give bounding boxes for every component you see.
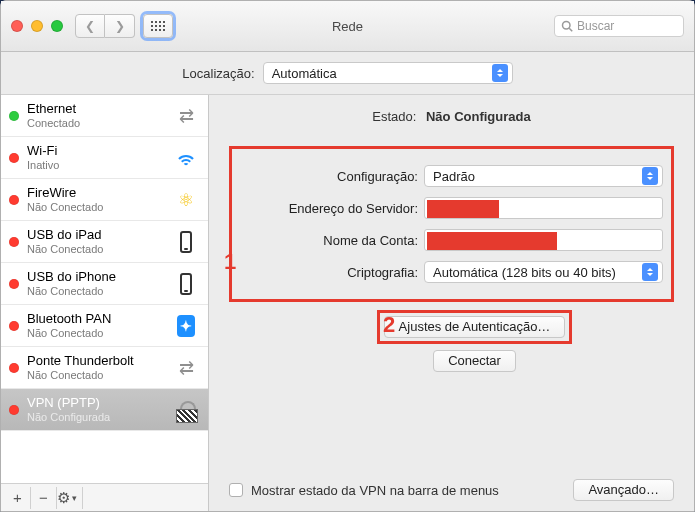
state-row: Estado: Não Configurada — [229, 109, 674, 124]
window-toolbar: ❮ ❯ Rede Buscar — [1, 1, 694, 52]
service-status: Não Conectado — [27, 201, 164, 213]
service-status: Não Conectado — [27, 369, 164, 381]
service-name: Ethernet — [27, 102, 164, 116]
encryption-value: Automática (128 bits ou 40 bits) — [433, 265, 616, 280]
chevron-updown-icon — [642, 167, 658, 185]
services-sidebar: Ethernet Conectado ⇄ Wi-Fi Inativo — [1, 95, 209, 511]
content-footer: Mostrar estado da VPN na barra de menus … — [229, 467, 674, 501]
vpn-lock-icon — [172, 396, 200, 424]
svg-line-1 — [569, 28, 572, 31]
grid-icon — [151, 21, 165, 31]
location-select[interactable]: Automática — [263, 62, 513, 84]
show-vpn-menubar-checkbox[interactable] — [229, 483, 243, 497]
wifi-icon — [172, 144, 200, 172]
status-dot-icon — [9, 237, 19, 247]
sidebar-item-vpn[interactable]: VPN (PPTP) Não Configurada — [1, 389, 208, 431]
state-label: Estado: — [372, 109, 416, 124]
auth-row: 2 Ajustes de Autenticação… — [229, 310, 674, 344]
sidebar-item-ethernet[interactable]: Ethernet Conectado ⇄ — [1, 95, 208, 137]
advanced-button[interactable]: Avançado… — [573, 479, 674, 501]
sidebar-item-bluetooth[interactable]: Bluetooth PAN Não Conectado ✦ — [1, 305, 208, 347]
location-row: Localização: Automática — [1, 52, 694, 94]
service-status: Não Configurada — [27, 411, 164, 423]
search-icon — [561, 20, 573, 32]
annotation-marker-2: 2 — [383, 312, 395, 338]
service-status: Conectado — [27, 117, 164, 129]
service-status: Não Conectado — [27, 327, 164, 339]
account-name-field[interactable] — [424, 229, 663, 251]
service-name: Wi-Fi — [27, 144, 164, 158]
gear-icon: ⚙ — [57, 489, 70, 507]
svg-point-0 — [563, 22, 571, 30]
server-address-label: Endereço do Servidor: — [240, 201, 418, 216]
service-name: USB do iPad — [27, 228, 164, 242]
zoom-window-button[interactable] — [51, 20, 63, 32]
network-preferences-window: ❮ ❯ Rede Buscar Localização: Automática — [0, 0, 695, 512]
status-dot-icon — [9, 321, 19, 331]
service-actions-menu[interactable]: ⚙ ▾ — [57, 487, 83, 509]
status-dot-icon — [9, 153, 19, 163]
encryption-label: Criptografia: — [240, 265, 418, 280]
back-button[interactable]: ❮ — [75, 14, 105, 38]
chevron-updown-icon — [642, 263, 658, 281]
ipad-icon — [172, 228, 200, 256]
annotation-box-2: Ajustes de Autenticação… — [377, 310, 573, 344]
window-controls — [11, 20, 63, 32]
status-dot-icon — [9, 279, 19, 289]
location-value: Automática — [272, 66, 337, 81]
ethernet-icon: ⇄ — [172, 102, 200, 130]
sidebar-item-usb-ipad[interactable]: USB do iPad Não Conectado — [1, 221, 208, 263]
server-address-field[interactable] — [424, 197, 663, 219]
encryption-select[interactable]: Automática (128 bits ou 40 bits) — [424, 261, 663, 283]
connect-button[interactable]: Conectar — [433, 350, 516, 372]
nav-buttons: ❮ ❯ — [75, 14, 135, 38]
bluetooth-icon: ✦ — [172, 312, 200, 340]
remove-service-button[interactable]: − — [31, 487, 57, 509]
configuration-label: Configuração: — [240, 169, 418, 184]
configuration-select[interactable]: Padrão — [424, 165, 663, 187]
sidebar-footer: + − ⚙ ▾ — [1, 483, 208, 511]
forward-button[interactable]: ❯ — [105, 14, 135, 38]
location-label: Localização: — [182, 66, 254, 81]
add-service-button[interactable]: + — [5, 487, 31, 509]
sidebar-item-usb-iphone[interactable]: USB do iPhone Não Conectado — [1, 263, 208, 305]
detail-pane: Estado: Não Configurada 1 Configuração: … — [209, 95, 694, 511]
services-list: Ethernet Conectado ⇄ Wi-Fi Inativo — [1, 95, 208, 483]
thunderbolt-icon: ⇄ — [172, 354, 200, 382]
minimize-window-button[interactable] — [31, 20, 43, 32]
state-value: Não Configurada — [426, 109, 531, 124]
body: Ethernet Conectado ⇄ Wi-Fi Inativo — [1, 94, 694, 511]
show-all-prefs-button[interactable] — [143, 14, 173, 38]
status-dot-icon — [9, 363, 19, 373]
service-status: Não Conectado — [27, 243, 164, 255]
search-placeholder: Buscar — [577, 19, 614, 33]
service-status: Não Conectado — [27, 285, 164, 297]
show-vpn-menubar-label: Mostrar estado da VPN na barra de menus — [251, 483, 499, 498]
sidebar-item-thunderbolt-bridge[interactable]: Ponte Thunderbolt Não Conectado ⇄ — [1, 347, 208, 389]
service-name: Ponte Thunderbolt — [27, 354, 164, 368]
service-status: Inativo — [27, 159, 164, 171]
account-name-label: Nome da Conta: — [240, 233, 418, 248]
annotation-marker-1: 1 — [224, 249, 236, 275]
search-field[interactable]: Buscar — [554, 15, 684, 37]
sidebar-item-wifi[interactable]: Wi-Fi Inativo — [1, 137, 208, 179]
connect-row: Conectar — [275, 350, 674, 372]
chevron-updown-icon — [492, 64, 508, 82]
iphone-icon — [172, 270, 200, 298]
service-name: FireWire — [27, 186, 164, 200]
status-dot-icon — [9, 195, 19, 205]
authentication-settings-button[interactable]: Ajustes de Autenticação… — [384, 316, 566, 338]
service-name: Bluetooth PAN — [27, 312, 164, 326]
service-name: USB do iPhone — [27, 270, 164, 284]
firewire-icon: ⚛ — [172, 186, 200, 214]
close-window-button[interactable] — [11, 20, 23, 32]
sidebar-item-firewire[interactable]: FireWire Não Conectado ⚛ — [1, 179, 208, 221]
status-dot-icon — [9, 111, 19, 121]
status-dot-icon — [9, 405, 19, 415]
configuration-value: Padrão — [433, 169, 475, 184]
chevron-down-icon: ▾ — [72, 493, 77, 503]
service-name: VPN (PPTP) — [27, 396, 164, 410]
annotation-box-1: 1 Configuração: Padrão Endereço do Servi… — [229, 146, 674, 302]
